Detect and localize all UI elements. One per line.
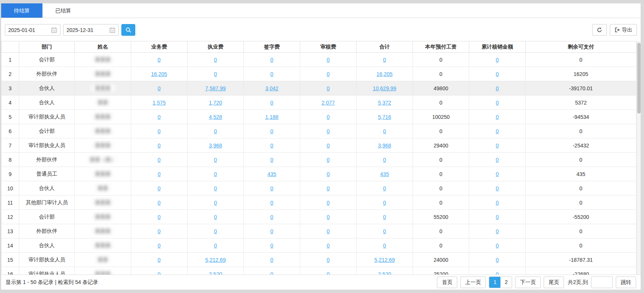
cell-link-business_fee[interactable]: 0: [158, 200, 161, 206]
table-row[interactable]: 15审计部执业人员某某05,212.69005,212.69240000-187…: [2, 253, 636, 267]
cell-link-written_off[interactable]: 0: [496, 214, 499, 220]
cell-link-total[interactable]: 16,205: [376, 71, 393, 77]
cell-link-total[interactable]: 3,968: [378, 143, 391, 149]
cell-link-written_off[interactable]: 0: [496, 171, 499, 177]
cell-link-audit_fee[interactable]: 0: [327, 243, 330, 249]
cell-link-business_fee[interactable]: 0: [158, 257, 161, 263]
page-jump-input[interactable]: [591, 276, 613, 288]
cell-link-signing_fee[interactable]: 0: [271, 57, 274, 63]
table-row[interactable]: 1会计部某某某00000000: [2, 53, 636, 67]
table-row[interactable]: 3合伙人某某某07,587.993,042010,629.99498000-39…: [2, 81, 636, 96]
cell-link-signing_fee[interactable]: 435: [268, 171, 276, 177]
cell-link-signing_fee[interactable]: 0: [271, 243, 274, 249]
table-row[interactable]: 10合伙人某某00000000: [2, 181, 636, 196]
cell-link-practice_fee[interactable]: 0: [214, 243, 217, 249]
table-row[interactable]: 12会计部某某某00000552000-55200: [2, 210, 636, 224]
table-row[interactable]: 6会计部某某某00000000: [2, 124, 636, 138]
cell-link-signing_fee[interactable]: 1,188: [265, 114, 278, 120]
cell-link-business_fee[interactable]: 0: [158, 114, 161, 120]
cell-link-audit_fee[interactable]: 0: [327, 185, 330, 191]
cell-link-practice_fee[interactable]: 0: [214, 228, 217, 234]
table-row[interactable]: 5审计部执业人员某某某04,5281,18805,7161002500-9453…: [2, 110, 636, 124]
cell-link-practice_fee[interactable]: 0: [214, 57, 217, 63]
cell-link-audit_fee[interactable]: 0: [327, 57, 330, 63]
cell-link-written_off[interactable]: 0: [496, 200, 499, 206]
table-row[interactable]: 8外部伙伴某某（某）00000000: [2, 153, 636, 167]
table-row[interactable]: 14合伙人某某某00000000: [2, 238, 636, 253]
cell-link-practice_fee[interactable]: 0: [214, 185, 217, 191]
cell-link-audit_fee[interactable]: 0: [327, 128, 330, 134]
cell-link-business_fee[interactable]: 0: [158, 85, 161, 91]
date-from-field[interactable]: 2025-01-01: [5, 24, 60, 36]
table-row[interactable]: 4合伙人某某1,5751,72002,0775,372005372: [2, 96, 636, 110]
cell-link-written_off[interactable]: 0: [496, 85, 499, 91]
cell-link-signing_fee[interactable]: 0: [271, 185, 274, 191]
cell-link-signing_fee[interactable]: 0: [271, 228, 274, 234]
table-row[interactable]: 11其他部门审计人员某某某00000000: [2, 196, 636, 210]
cell-link-total[interactable]: 0: [383, 214, 386, 220]
jump-button[interactable]: 跳转: [616, 276, 636, 288]
cell-link-written_off[interactable]: 0: [496, 57, 499, 63]
cell-link-audit_fee[interactable]: 2,077: [322, 100, 335, 106]
cell-link-business_fee[interactable]: 0: [158, 157, 161, 163]
cell-link-practice_fee[interactable]: 0: [214, 214, 217, 220]
cell-link-practice_fee[interactable]: 0: [214, 200, 217, 206]
cell-link-audit_fee[interactable]: 0: [327, 200, 330, 206]
export-button[interactable]: 导出: [610, 24, 637, 36]
cell-link-audit_fee[interactable]: 0: [327, 114, 330, 120]
cell-link-signing_fee[interactable]: 0: [271, 257, 274, 263]
cell-link-total[interactable]: 0: [383, 243, 386, 249]
date-to-field[interactable]: 2025-12-31: [63, 24, 119, 36]
cell-link-total[interactable]: 0: [383, 57, 386, 63]
cell-link-business_fee[interactable]: 0: [158, 128, 161, 134]
tab-pending-settlement[interactable]: 待结算: [1, 3, 42, 18]
cell-link-audit_fee[interactable]: 0: [327, 71, 330, 77]
table-row[interactable]: 7审计部执业人员某某某03,968003,968294000-25432: [2, 138, 636, 153]
cell-link-audit_fee[interactable]: 0: [327, 157, 330, 163]
table-row[interactable]: 9普通员工某某某00435043500435: [2, 167, 636, 181]
cell-link-signing_fee[interactable]: 0: [271, 214, 274, 220]
cell-link-business_fee[interactable]: 0: [158, 228, 161, 234]
cell-link-written_off[interactable]: 0: [496, 185, 499, 191]
cell-link-business_fee[interactable]: 0: [158, 171, 161, 177]
cell-link-audit_fee[interactable]: 0: [327, 228, 330, 234]
last-page-button[interactable]: 尾页: [544, 276, 564, 288]
cell-link-business_fee[interactable]: 0: [158, 214, 161, 220]
cell-link-practice_fee[interactable]: 1,720: [209, 100, 222, 106]
cell-link-written_off[interactable]: 0: [496, 71, 499, 77]
cell-link-total[interactable]: 0: [383, 200, 386, 206]
refresh-button[interactable]: [592, 24, 607, 36]
cell-link-written_off[interactable]: 0: [496, 157, 499, 163]
vertical-scrollbar[interactable]: [636, 41, 641, 275]
tab-settled[interactable]: 已结算: [42, 3, 84, 18]
page-button-1[interactable]: 1: [489, 277, 500, 288]
cell-link-business_fee[interactable]: 0: [158, 143, 161, 149]
cell-link-audit_fee[interactable]: 0: [327, 85, 330, 91]
cell-link-total[interactable]: 0: [383, 157, 386, 163]
cell-link-signing_fee[interactable]: 0: [271, 157, 274, 163]
cell-link-written_off[interactable]: 0: [496, 128, 499, 134]
cell-link-signing_fee[interactable]: 0: [271, 200, 274, 206]
cell-link-written_off[interactable]: 0: [496, 100, 499, 106]
cell-link-total[interactable]: 5,212.69: [374, 257, 395, 263]
cell-link-total[interactable]: 10,629.99: [373, 85, 396, 91]
cell-link-signing_fee[interactable]: 0: [271, 143, 274, 149]
cell-link-practice_fee[interactable]: 0: [214, 71, 217, 77]
cell-link-written_off[interactable]: 0: [496, 114, 499, 120]
cell-link-signing_fee[interactable]: 0: [271, 128, 274, 134]
cell-link-total[interactable]: 0: [383, 185, 386, 191]
cell-link-audit_fee[interactable]: 0: [327, 171, 330, 177]
cell-link-total[interactable]: 0: [383, 228, 386, 234]
cell-link-practice_fee[interactable]: 0: [214, 128, 217, 134]
cell-link-practice_fee[interactable]: 4,528: [209, 114, 222, 120]
search-button[interactable]: [121, 24, 135, 36]
table-row[interactable]: 13外部伙伴某某某00000000: [2, 224, 636, 238]
cell-link-audit_fee[interactable]: 0: [327, 143, 330, 149]
cell-link-written_off[interactable]: 0: [496, 228, 499, 234]
cell-link-practice_fee[interactable]: 7,587.99: [205, 85, 226, 91]
cell-link-practice_fee[interactable]: 3,968: [209, 143, 222, 149]
table-row[interactable]: 16审计部执业人员某某某02,520002,520252000-22680: [2, 267, 636, 276]
cell-link-written_off[interactable]: 0: [496, 243, 499, 249]
cell-link-written_off[interactable]: 0: [496, 257, 499, 263]
cell-link-practice_fee[interactable]: 0: [214, 171, 217, 177]
